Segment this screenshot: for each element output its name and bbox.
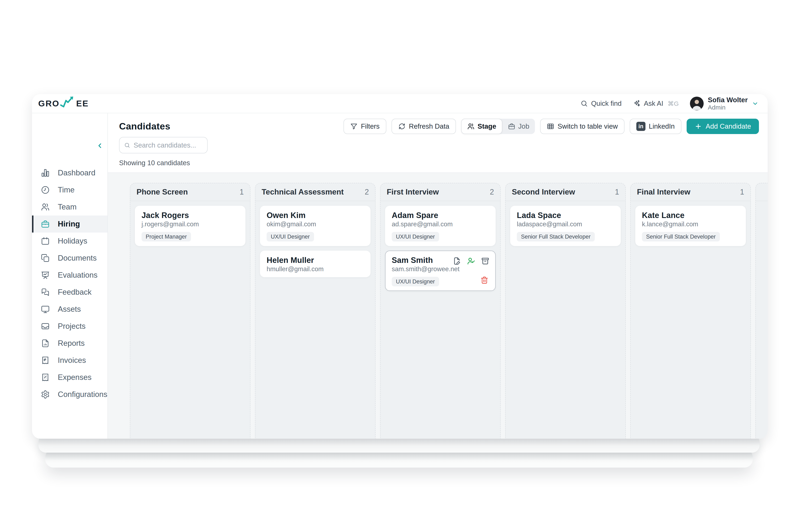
- column-title: Final Interview: [637, 188, 690, 196]
- sidebar: DashboardTimeTeamHiringHolidaysDocuments…: [32, 113, 108, 439]
- sidebar-item-label: Evaluations: [58, 271, 97, 280]
- funnel-icon: [350, 122, 358, 130]
- sidebar-item-dashboard[interactable]: Dashboard: [32, 164, 108, 182]
- sidebar-item-label: Hiring: [58, 220, 80, 228]
- logo-arrow-icon: [60, 96, 76, 108]
- file-pen-icon[interactable]: [453, 257, 461, 265]
- column-cards: [756, 201, 768, 210]
- filters-button[interactable]: Filters: [343, 119, 386, 134]
- sidebar-item-label: Projects: [58, 322, 86, 330]
- sidebar-item-label: Configurations: [58, 390, 108, 399]
- sidebar-nav: DashboardTimeTeamHiringHolidaysDocuments…: [32, 164, 108, 403]
- sidebar-item-team[interactable]: Team: [32, 198, 108, 215]
- segment-stage[interactable]: Stage: [461, 119, 502, 134]
- search-icon: [581, 100, 588, 107]
- candidate-card-adam-spare[interactable]: Adam Sparead.spare@gmail.comUX/UI Design…: [385, 206, 496, 246]
- profile-menu[interactable]: Sofia Wolter Admin: [690, 96, 759, 111]
- sidebar-item-expenses[interactable]: Expenses: [32, 369, 108, 386]
- candidate-card-helen-muller[interactable]: Helen Mullerhmuller@gmail.com: [260, 251, 370, 277]
- column-cards: Jack Rogersj.rogers@gmail.comProject Man…: [130, 201, 250, 251]
- sidebar-collapse-button[interactable]: [96, 142, 104, 149]
- candidate-email: sam.smith@growee.net: [392, 266, 489, 273]
- column-header: Final Interview1: [631, 183, 750, 201]
- receipt-refund-icon: [41, 356, 50, 365]
- column-cards: Owen Kimokim@gmail.comUX/UI DesignerHele…: [255, 201, 375, 282]
- kanban-column-first-interview: First Interview2Adam Sparead.spare@gmail…: [380, 183, 501, 439]
- kanban-column-technical-assessment: Technical Assessment2Owen Kimokim@gmail.…: [255, 183, 376, 439]
- logo-text-left: GRO: [38, 99, 59, 109]
- sidebar-item-hiring[interactable]: Hiring: [32, 215, 108, 232]
- candidate-card-jack-rogers[interactable]: Jack Rogersj.rogers@gmail.comProject Man…: [135, 206, 245, 246]
- ask-ai-button[interactable]: Ask AI ⌘G: [633, 99, 679, 108]
- column-title: Phone Screen: [136, 188, 188, 196]
- quick-find-label: Quick find: [591, 99, 622, 108]
- search-icon: [124, 142, 130, 149]
- archive-icon[interactable]: [481, 257, 489, 265]
- candidate-name: Helen Muller: [267, 256, 364, 264]
- refresh-data-button[interactable]: Refresh Data: [392, 119, 456, 134]
- chat-bubbles-icon: [41, 288, 50, 297]
- main-content: Candidates Filters Refresh Data: [108, 113, 768, 439]
- clock-icon: [41, 185, 50, 194]
- sidebar-item-documents[interactable]: Documents: [32, 250, 108, 267]
- add-candidate-button[interactable]: Add Candidate: [687, 119, 759, 134]
- sidebar-item-time[interactable]: Time: [32, 182, 108, 198]
- page-title: Candidates: [119, 121, 170, 132]
- segment-job[interactable]: Job: [502, 119, 535, 134]
- filters-label: Filters: [361, 122, 380, 130]
- sidebar-item-label: Holidays: [58, 237, 87, 245]
- candidate-card-lada-space[interactable]: Lada Spaceladaspace@gmail.comSenior Full…: [510, 206, 621, 246]
- ask-ai-label: Ask AI: [644, 99, 663, 108]
- candidate-card-kate-lance[interactable]: Kate Lancek.lance@gmail.comSenior Full S…: [635, 206, 746, 246]
- ask-ai-shortcut: ⌘G: [668, 100, 679, 107]
- candidate-name: Adam Spare: [392, 211, 489, 220]
- candidate-card-sam-smith[interactable]: Sam Smithsam.smith@growee.netUX/UI Desig…: [385, 251, 496, 291]
- switch-table-view-button[interactable]: Switch to table view: [540, 119, 625, 134]
- search-field: [119, 137, 208, 153]
- sidebar-item-feedback[interactable]: Feedback: [32, 284, 108, 301]
- column-cards: Adam Sparead.spare@gmail.comUX/UI Design…: [380, 201, 500, 296]
- sidebar-item-evaluations[interactable]: Evaluations: [32, 267, 108, 284]
- card-actions: [453, 257, 489, 265]
- linkedin-button[interactable]: in LinkedIn: [630, 119, 681, 134]
- sidebar-item-projects[interactable]: Projects: [32, 318, 108, 335]
- sidebar-item-holidays[interactable]: Holidays: [32, 232, 108, 250]
- sidebar-item-invoices[interactable]: Invoices: [32, 352, 108, 369]
- quick-find-button[interactable]: Quick find: [581, 99, 622, 108]
- sidebar-item-assets[interactable]: Assets: [32, 301, 108, 318]
- candidate-email: ladaspace@gmail.com: [517, 221, 614, 228]
- candidate-email: k.lance@gmail.com: [642, 221, 739, 228]
- column-header: Phone Screen1: [130, 183, 250, 201]
- candidate-card-owen-kim[interactable]: Owen Kimokim@gmail.comUX/UI Designer: [260, 206, 370, 246]
- content-top: Candidates Filters Refresh Data: [108, 113, 768, 167]
- stage-label: Stage: [478, 122, 496, 130]
- user-check-icon[interactable]: [467, 257, 475, 265]
- kanban-board: Phone Screen1Jack Rogersj.rogers@gmail.c…: [108, 172, 768, 439]
- sidebar-item-reports[interactable]: Reports: [32, 335, 108, 352]
- trash-icon[interactable]: [480, 276, 489, 284]
- app-window: GRO EE Quick find Ask AI ⌘G: [32, 94, 768, 439]
- sidebar-item-configurations[interactable]: Configurations: [32, 386, 108, 403]
- job-tag: UX/UI Designer: [392, 277, 439, 286]
- sidebar-item-label: Assets: [58, 305, 81, 314]
- user-name: Sofia Wolter: [708, 96, 748, 104]
- sidebar-item-label: Dashboard: [58, 169, 95, 177]
- candidate-name: Jack Rogers: [141, 211, 239, 220]
- table-icon: [547, 122, 554, 130]
- title-row: Candidates Filters Refresh Data: [119, 119, 759, 134]
- briefcase-icon: [41, 220, 50, 229]
- chevron-down-icon: [752, 100, 759, 107]
- column-count: 1: [740, 188, 744, 196]
- column-count: 2: [490, 188, 494, 196]
- job-tag: UX/UI Designer: [392, 232, 439, 242]
- top-bar: GRO EE Quick find Ask AI ⌘G: [32, 94, 768, 113]
- page: GRO EE Quick find Ask AI ⌘G: [0, 0, 798, 532]
- column-count: 2: [365, 188, 369, 196]
- sidebar-item-label: Expenses: [58, 373, 92, 382]
- kanban-column-partial: [755, 183, 768, 439]
- search-input[interactable]: [134, 141, 203, 149]
- kanban-column-final-interview: Final Interview1Kate Lancek.lance@gmail.…: [630, 183, 751, 439]
- job-label: Job: [518, 122, 529, 130]
- column-title: Technical Assessment: [262, 188, 344, 196]
- column-title: First Interview: [387, 188, 439, 196]
